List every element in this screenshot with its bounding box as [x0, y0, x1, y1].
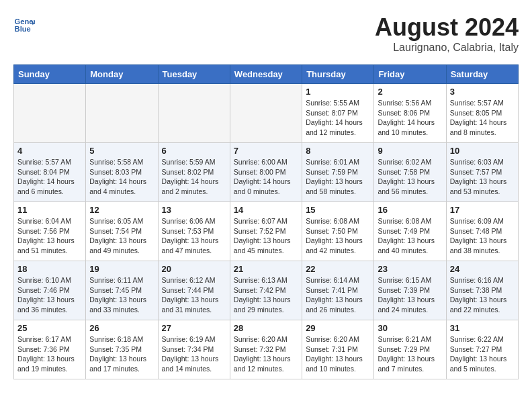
week-row-1: 1Sunrise: 5:55 AMSunset: 8:07 PMDaylight… [14, 84, 519, 143]
day-number: 17 [450, 205, 515, 215]
day-info: Sunrise: 6:20 AMSunset: 7:32 PMDaylight:… [234, 334, 298, 374]
day-number: 1 [306, 87, 370, 97]
calendar-cell: 16Sunrise: 6:08 AMSunset: 7:49 PMDayligh… [374, 202, 446, 261]
title-area: August 2024 Laurignano, Calabria, Italy [375, 13, 519, 54]
day-info: Sunrise: 6:03 AMSunset: 7:57 PMDaylight:… [450, 157, 515, 197]
day-info: Sunrise: 6:15 AMSunset: 7:39 PMDaylight:… [378, 275, 442, 315]
day-info: Sunrise: 6:13 AMSunset: 7:42 PMDaylight:… [234, 275, 298, 315]
day-info: Sunrise: 6:00 AMSunset: 8:00 PMDaylight:… [234, 157, 298, 197]
day-info: Sunrise: 6:04 AMSunset: 7:56 PMDaylight:… [17, 216, 82, 256]
day-info: Sunrise: 6:18 AMSunset: 7:35 PMDaylight:… [89, 334, 154, 374]
day-info: Sunrise: 6:20 AMSunset: 7:31 PMDaylight:… [306, 334, 370, 374]
day-number: 25 [17, 323, 82, 333]
day-number: 18 [17, 264, 82, 274]
day-number: 20 [162, 264, 226, 274]
day-info: Sunrise: 5:56 AMSunset: 8:06 PMDaylight:… [378, 98, 442, 138]
day-info: Sunrise: 6:17 AMSunset: 7:36 PMDaylight:… [17, 334, 82, 374]
calendar-cell [14, 84, 86, 143]
day-number: 4 [17, 146, 82, 156]
day-number: 23 [378, 264, 442, 274]
day-number: 8 [306, 146, 370, 156]
weekday-header-friday: Friday [374, 65, 446, 84]
calendar-cell: 11Sunrise: 6:04 AMSunset: 7:56 PMDayligh… [14, 202, 86, 261]
day-number: 14 [234, 205, 298, 215]
logo-icon: General Blue [13, 13, 35, 35]
calendar-cell: 18Sunrise: 6:10 AMSunset: 7:46 PMDayligh… [14, 261, 86, 320]
day-info: Sunrise: 6:19 AMSunset: 7:34 PMDaylight:… [162, 334, 226, 374]
svg-text:Blue: Blue [15, 25, 31, 33]
weekday-header-row: SundayMondayTuesdayWednesdayThursdayFrid… [14, 65, 519, 84]
calendar-cell: 6Sunrise: 5:59 AMSunset: 8:02 PMDaylight… [158, 143, 230, 202]
weekday-header-wednesday: Wednesday [230, 65, 302, 84]
day-info: Sunrise: 6:09 AMSunset: 7:48 PMDaylight:… [450, 216, 515, 256]
week-row-5: 25Sunrise: 6:17 AMSunset: 7:36 PMDayligh… [14, 320, 519, 379]
day-number: 19 [89, 264, 154, 274]
day-number: 15 [306, 205, 370, 215]
calendar-cell: 15Sunrise: 6:08 AMSunset: 7:50 PMDayligh… [302, 202, 374, 261]
calendar-cell: 21Sunrise: 6:13 AMSunset: 7:42 PMDayligh… [230, 261, 302, 320]
weekday-header-sunday: Sunday [14, 65, 86, 84]
calendar-cell: 10Sunrise: 6:03 AMSunset: 7:57 PMDayligh… [446, 143, 518, 202]
day-number: 6 [162, 146, 226, 156]
calendar-cell: 19Sunrise: 6:11 AMSunset: 7:45 PMDayligh… [86, 261, 158, 320]
day-number: 31 [450, 323, 515, 333]
day-number: 28 [234, 323, 298, 333]
week-row-4: 18Sunrise: 6:10 AMSunset: 7:46 PMDayligh… [14, 261, 519, 320]
week-row-3: 11Sunrise: 6:04 AMSunset: 7:56 PMDayligh… [14, 202, 519, 261]
day-number: 30 [378, 323, 442, 333]
day-number: 11 [17, 205, 82, 215]
logo: General Blue [13, 13, 35, 35]
calendar-cell: 24Sunrise: 6:16 AMSunset: 7:38 PMDayligh… [446, 261, 518, 320]
day-info: Sunrise: 6:10 AMSunset: 7:46 PMDaylight:… [17, 275, 82, 315]
calendar-cell: 12Sunrise: 6:05 AMSunset: 7:54 PMDayligh… [86, 202, 158, 261]
calendar-cell [158, 84, 230, 143]
day-info: Sunrise: 6:05 AMSunset: 7:54 PMDaylight:… [89, 216, 154, 256]
calendar-cell: 27Sunrise: 6:19 AMSunset: 7:34 PMDayligh… [158, 320, 230, 379]
calendar-cell: 17Sunrise: 6:09 AMSunset: 7:48 PMDayligh… [446, 202, 518, 261]
weekday-header-monday: Monday [86, 65, 158, 84]
day-number: 2 [378, 87, 442, 97]
day-info: Sunrise: 6:01 AMSunset: 7:59 PMDaylight:… [306, 157, 370, 197]
day-info: Sunrise: 6:11 AMSunset: 7:45 PMDaylight:… [89, 275, 154, 315]
calendar-cell: 14Sunrise: 6:07 AMSunset: 7:52 PMDayligh… [230, 202, 302, 261]
day-info: Sunrise: 5:57 AMSunset: 8:05 PMDaylight:… [450, 98, 515, 138]
calendar-cell: 31Sunrise: 6:22 AMSunset: 7:27 PMDayligh… [446, 320, 518, 379]
day-number: 16 [378, 205, 442, 215]
calendar-cell: 4Sunrise: 5:57 AMSunset: 8:04 PMDaylight… [14, 143, 86, 202]
day-info: Sunrise: 6:02 AMSunset: 7:58 PMDaylight:… [378, 157, 442, 197]
day-number: 3 [450, 87, 515, 97]
month-title: August 2024 [375, 13, 519, 42]
page-header: General Blue August 2024 Laurignano, Cal… [13, 13, 519, 54]
day-number: 13 [162, 205, 226, 215]
calendar-cell: 23Sunrise: 6:15 AMSunset: 7:39 PMDayligh… [374, 261, 446, 320]
day-number: 10 [450, 146, 515, 156]
day-info: Sunrise: 5:57 AMSunset: 8:04 PMDaylight:… [17, 157, 82, 197]
day-number: 9 [378, 146, 442, 156]
day-info: Sunrise: 6:07 AMSunset: 7:52 PMDaylight:… [234, 216, 298, 256]
day-number: 12 [89, 205, 154, 215]
day-info: Sunrise: 5:58 AMSunset: 8:03 PMDaylight:… [89, 157, 154, 197]
day-number: 26 [89, 323, 154, 333]
calendar-cell: 13Sunrise: 6:06 AMSunset: 7:53 PMDayligh… [158, 202, 230, 261]
weekday-header-tuesday: Tuesday [158, 65, 230, 84]
calendar-cell [230, 84, 302, 143]
calendar-cell: 20Sunrise: 6:12 AMSunset: 7:44 PMDayligh… [158, 261, 230, 320]
calendar-cell: 30Sunrise: 6:21 AMSunset: 7:29 PMDayligh… [374, 320, 446, 379]
day-info: Sunrise: 6:22 AMSunset: 7:27 PMDaylight:… [450, 334, 515, 374]
calendar-cell: 9Sunrise: 6:02 AMSunset: 7:58 PMDaylight… [374, 143, 446, 202]
weekday-header-thursday: Thursday [302, 65, 374, 84]
calendar-cell: 28Sunrise: 6:20 AMSunset: 7:32 PMDayligh… [230, 320, 302, 379]
calendar-table: SundayMondayTuesdayWednesdayThursdayFrid… [13, 64, 519, 379]
day-number: 5 [89, 146, 154, 156]
calendar-cell: 2Sunrise: 5:56 AMSunset: 8:06 PMDaylight… [374, 84, 446, 143]
day-info: Sunrise: 6:08 AMSunset: 7:49 PMDaylight:… [378, 216, 442, 256]
day-info: Sunrise: 6:21 AMSunset: 7:29 PMDaylight:… [378, 334, 442, 374]
day-info: Sunrise: 6:12 AMSunset: 7:44 PMDaylight:… [162, 275, 226, 315]
day-info: Sunrise: 6:06 AMSunset: 7:53 PMDaylight:… [162, 216, 226, 256]
day-number: 24 [450, 264, 515, 274]
calendar-cell: 8Sunrise: 6:01 AMSunset: 7:59 PMDaylight… [302, 143, 374, 202]
calendar-cell: 1Sunrise: 5:55 AMSunset: 8:07 PMDaylight… [302, 84, 374, 143]
day-info: Sunrise: 5:55 AMSunset: 8:07 PMDaylight:… [306, 98, 370, 138]
day-number: 7 [234, 146, 298, 156]
calendar-cell: 29Sunrise: 6:20 AMSunset: 7:31 PMDayligh… [302, 320, 374, 379]
